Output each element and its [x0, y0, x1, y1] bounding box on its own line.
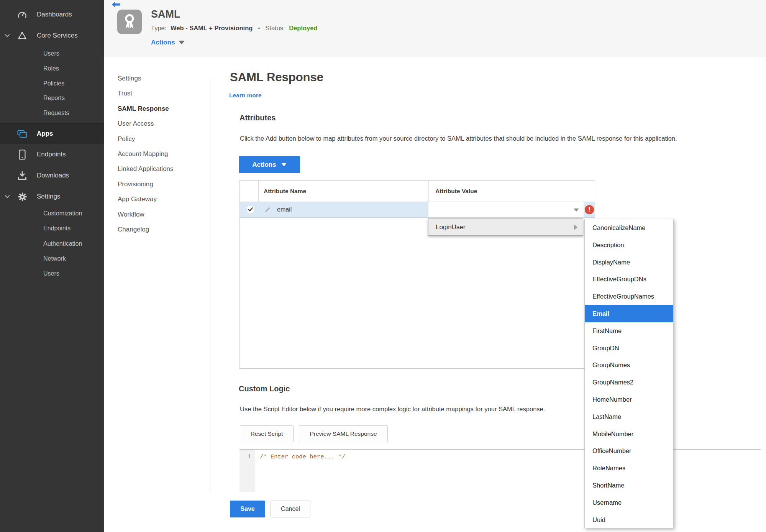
- chevron-down-icon: [5, 34, 10, 38]
- submenu-item[interactable]: Email: [585, 305, 673, 322]
- sidebar-subitem[interactable]: Network: [0, 251, 104, 266]
- attributes-description: Click the Add button below to map attrib…: [240, 135, 677, 142]
- app-nav-item[interactable]: Settings: [118, 71, 208, 86]
- sidebar-subitem[interactable]: Policies: [0, 76, 104, 91]
- sidebar-item-downloads[interactable]: Downloads: [0, 168, 104, 183]
- sidebar-item-label: Core Services: [37, 32, 78, 39]
- gauge-icon: [17, 10, 28, 19]
- stacked-windows-icon: [17, 130, 28, 138]
- app-nav-item[interactable]: Linked Applications: [118, 161, 208, 176]
- app-header: SAML Type: Web - SAML + Provisioning • S…: [104, 0, 766, 57]
- pencil-icon[interactable]: [264, 206, 271, 213]
- sidebar-item-label: Dashboards: [37, 11, 72, 18]
- attributes-table: Attribute Name Attribute Value email !: [239, 180, 595, 369]
- editor-line-number: 1: [239, 453, 251, 460]
- sidebar-item-dashboards[interactable]: Dashboards: [0, 7, 104, 22]
- submenu-item[interactable]: GroupNames: [585, 356, 673, 374]
- app-nav-item[interactable]: Changelog: [118, 222, 208, 237]
- save-label: Save: [240, 506, 254, 512]
- attribute-name-cell: email: [277, 202, 292, 217]
- header-actions-label: Actions: [151, 39, 175, 46]
- value-menu-label: LoginUser: [428, 223, 466, 231]
- sidebar-subitem[interactable]: Users: [0, 266, 104, 281]
- submenu-item[interactable]: FirstName: [585, 322, 673, 340]
- sidebar-item-apps[interactable]: Apps: [0, 123, 104, 144]
- mobile-device-icon: [17, 149, 28, 160]
- submenu-item[interactable]: RoleNames: [585, 460, 673, 477]
- preview-saml-response-button[interactable]: Preview SAML Response: [299, 425, 388, 442]
- sidebar-subitem[interactable]: Authentication: [0, 236, 104, 251]
- reset-script-button[interactable]: Reset Script: [240, 425, 294, 442]
- app-nav-item[interactable]: Provisioning: [118, 177, 208, 192]
- attributes-actions-label: Actions: [252, 161, 276, 169]
- chevron-down-icon: [574, 209, 579, 212]
- submenu-item[interactable]: CanonicalizeName: [585, 219, 673, 236]
- row-checkbox[interactable]: [247, 206, 254, 213]
- cancel-button[interactable]: Cancel: [271, 501, 310, 517]
- sidebar-subitem[interactable]: Customization: [0, 206, 104, 221]
- status-label: Status:: [265, 25, 285, 31]
- app-nav-item[interactable]: Workflow: [118, 207, 208, 222]
- submenu-item[interactable]: Username: [585, 494, 673, 511]
- column-divider: [428, 181, 429, 202]
- back-arrow-icon[interactable]: [112, 2, 120, 8]
- header-actions-menu[interactable]: Actions: [151, 39, 185, 46]
- attributes-actions-button[interactable]: Actions: [239, 156, 300, 173]
- sidebar-subitem[interactable]: Requests: [0, 106, 104, 121]
- page-title: SAML Response: [230, 71, 323, 84]
- submenu-item[interactable]: ShortName: [585, 477, 673, 494]
- sidebar-subitem[interactable]: Endpoints: [0, 221, 104, 236]
- script-editor-input[interactable]: /* Enter code here... */: [260, 453, 345, 460]
- editor-top-border: [239, 449, 761, 450]
- save-button[interactable]: Save: [230, 501, 265, 517]
- submenu-item[interactable]: HomeNumber: [585, 391, 673, 408]
- sidebar-item-endpoints[interactable]: Endpoints: [0, 147, 104, 162]
- preview-saml-response-label: Preview SAML Response: [310, 430, 377, 437]
- table-row[interactable]: email !: [240, 202, 595, 218]
- sidebar-item-label: Downloads: [37, 172, 69, 179]
- app-nav-item[interactable]: Trust: [118, 86, 208, 101]
- sidebar-item-label: Apps: [37, 130, 53, 138]
- submenu-item[interactable]: EffectiveGroupDNs: [585, 271, 673, 288]
- sidebar-subitem[interactable]: Users: [0, 46, 104, 61]
- submenu-arrow-icon: [574, 225, 577, 230]
- sidebar-item-label: Settings: [37, 193, 60, 200]
- column-divider: [258, 181, 259, 202]
- type-label: Type:: [151, 25, 166, 31]
- app-nav-item[interactable]: User Access: [118, 116, 208, 131]
- app-title: SAML: [151, 8, 180, 20]
- sidebar: Dashboards Core Services UsersRolesPolic…: [0, 0, 104, 532]
- submenu-item[interactable]: OfficeNumber: [585, 442, 673, 460]
- submenu-item[interactable]: Uuid: [585, 511, 673, 529]
- attributes-heading: Attributes: [239, 113, 276, 122]
- app-nav-item[interactable]: SAML Response: [118, 101, 208, 116]
- error-glyph: !: [588, 206, 590, 213]
- sidebar-subitem[interactable]: Reports: [0, 91, 104, 106]
- chevron-down-icon: [5, 195, 10, 199]
- submenu-item[interactable]: DisplayName: [585, 254, 673, 271]
- submenu-item[interactable]: Description: [585, 236, 673, 254]
- submenu-item[interactable]: GroupNames2: [585, 374, 673, 391]
- attribute-value-dropdown[interactable]: [428, 202, 584, 217]
- loginuser-submenu: CanonicalizeNameDescriptionDisplayNameEf…: [584, 219, 674, 528]
- sidebar-subitem[interactable]: Roles: [0, 61, 104, 76]
- submenu-item[interactable]: LastName: [585, 408, 673, 425]
- submenu-item[interactable]: EffectiveGroupNames: [585, 288, 673, 305]
- ribbon-badge-icon: [117, 10, 142, 34]
- submenu-item[interactable]: MobileNumber: [585, 425, 673, 443]
- status-badge: Deployed: [289, 25, 317, 31]
- app-window: Dashboards Core Services UsersRolesPolic…: [0, 0, 766, 532]
- app-nav-item[interactable]: Policy: [118, 131, 208, 146]
- type-value: Web - SAML + Provisioning: [171, 25, 253, 31]
- sidebar-item-core-services[interactable]: Core Services: [0, 28, 104, 43]
- value-menu-loginuser[interactable]: LoginUser: [428, 218, 583, 236]
- app-nav-item[interactable]: Account Mapping: [118, 146, 208, 161]
- attributes-table-header: Attribute Name Attribute Value: [240, 181, 595, 202]
- sidebar-core-services-subnav: UsersRolesPoliciesReportsRequests: [0, 46, 104, 121]
- app-nav-item[interactable]: App Gateway: [118, 192, 208, 207]
- learn-more-link[interactable]: Learn more: [229, 92, 261, 99]
- sidebar-item-settings[interactable]: Settings: [0, 189, 104, 204]
- download-tray-icon: [17, 171, 28, 181]
- nav-content-divider: [210, 77, 210, 493]
- submenu-item[interactable]: GroupDN: [585, 340, 673, 357]
